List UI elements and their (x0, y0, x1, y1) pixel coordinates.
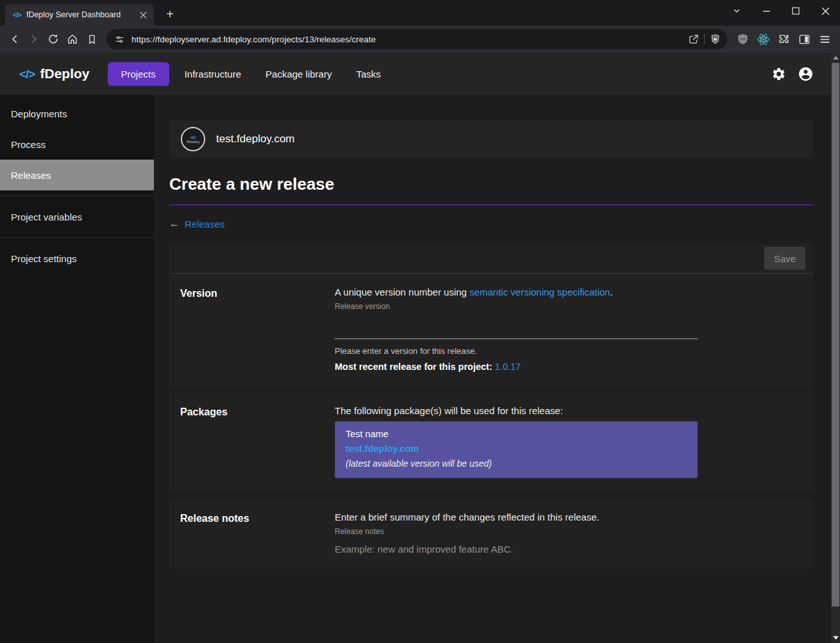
url-text[interactable]: https://fdeployserver.ad.fdeploy.com/pro… (131, 35, 688, 44)
project-name: test.fdeploy.com (216, 133, 295, 146)
brave-shield-icon[interactable] (710, 33, 721, 45)
url-bar-divider (704, 34, 705, 44)
nav-package-library[interactable]: Package library (256, 62, 340, 86)
nav-tasks[interactable]: Tasks (347, 62, 389, 86)
url-bar[interactable]: https://fdeployserver.ad.fdeploy.com/pro… (106, 29, 727, 49)
ublock-origin-icon[interactable]: UO (732, 29, 753, 49)
packages-row: Packages The following package(s) will b… (169, 392, 813, 492)
new-tab-button[interactable]: + (162, 6, 178, 22)
scrollbar-thumb[interactable] (832, 63, 839, 606)
fdeploy-logo[interactable]: </> fDeploy (19, 66, 90, 81)
app-header: </> fDeploy Projects Infrastructure Pack… (0, 53, 840, 95)
package-link[interactable]: test.fdeploy.com (346, 444, 687, 454)
avatar-code-icon: </> (190, 135, 196, 140)
card-gap (169, 386, 813, 392)
code-logo-icon: </> (19, 67, 35, 81)
browser-tab[interactable]: </> fDeploy Server Dashboard (5, 4, 154, 26)
release-notes-row: Release notes Enter a brief summary of t… (169, 499, 813, 569)
code-icon: </> (13, 11, 21, 19)
package-name: Test name (346, 429, 687, 439)
sidebar-item-releases[interactable]: Releases (0, 160, 154, 190)
release-version-input[interactable] (335, 320, 698, 339)
reload-icon[interactable] (44, 29, 63, 49)
sidebar-divider (0, 196, 154, 196)
packages-description: The following package(s) will be used fo… (335, 405, 698, 416)
tab-strip: </> fDeploy Server Dashboard + (0, 0, 840, 26)
release-notes-card: Release notes Enter a brief summary of t… (169, 499, 813, 569)
maximize-icon[interactable] (781, 0, 811, 22)
tab-title: fDeploy Server Dashboard (26, 10, 137, 19)
svg-text:UO: UO (740, 37, 746, 41)
form-toolbar: Save (169, 244, 813, 273)
release-notes-label: Release notes (180, 512, 335, 555)
release-form-card: Save Version A unique version number usi… (169, 244, 813, 386)
back-arrow-icon: ← (169, 218, 180, 230)
tab-search-chevron-icon[interactable] (722, 0, 752, 22)
version-label: Version (180, 287, 335, 372)
browser-window: </> fDeploy Server Dashboard + (0, 0, 840, 643)
back-icon[interactable] (5, 29, 24, 49)
project-avatar: </> fDeploy (181, 127, 205, 151)
browser-toolbar: https://fdeployserver.ad.fdeploy.com/pro… (0, 26, 840, 53)
tab-close-icon[interactable] (137, 9, 149, 21)
packages-label: Packages (180, 405, 335, 478)
release-notes-description: Enter a brief summary of the changes ref… (335, 512, 698, 522)
nav-infrastructure[interactable]: Infrastructure (176, 62, 250, 86)
close-window-icon[interactable] (811, 0, 840, 22)
version-description: A unique version number using semantic v… (335, 287, 698, 297)
site-settings-icon[interactable] (114, 34, 125, 45)
package-item-card: Test name test.fdeploy.com (latest avail… (335, 421, 698, 478)
react-devtools-icon[interactable] (753, 29, 773, 49)
page-scrollbar[interactable] (831, 53, 840, 643)
version-row: Version A unique version number using se… (169, 274, 813, 386)
share-icon[interactable] (688, 34, 699, 45)
scroll-down-icon[interactable] (831, 633, 840, 643)
semver-link[interactable]: semantic versioning specification (469, 287, 610, 297)
account-icon[interactable] (796, 65, 814, 83)
app-header-actions (769, 65, 827, 83)
breadcrumb-back: ← Releases (169, 218, 813, 230)
nav-projects[interactable]: Projects (108, 62, 169, 86)
extensions-puzzle-icon[interactable] (773, 29, 794, 49)
project-header-card: </> fDeploy test.fdeploy.com (169, 121, 813, 158)
project-sidebar: Deployments Process Releases Project var… (0, 95, 154, 643)
release-notes-input[interactable] (335, 544, 698, 555)
page-title: Create a new release (169, 174, 813, 194)
home-icon[interactable] (63, 29, 82, 49)
window-controls (722, 0, 840, 22)
scroll-up-icon[interactable] (831, 53, 840, 63)
purple-divider (169, 205, 813, 205)
minimize-icon[interactable] (752, 0, 781, 22)
sidebar-item-project-settings[interactable]: Project settings (0, 243, 154, 274)
top-nav: Projects Infrastructure Package library … (108, 62, 770, 86)
menu-hamburger-icon[interactable] (814, 29, 835, 49)
package-version-note: (latest available version will be used) (346, 458, 687, 469)
most-recent-release: Most recent release for this project: 1.… (335, 362, 698, 372)
release-version-input-label: Release version (335, 302, 698, 311)
side-panel-icon[interactable] (794, 29, 814, 49)
sidebar-item-deployments[interactable]: Deployments (0, 98, 154, 129)
recent-version-link[interactable]: 1.0.17 (495, 362, 521, 372)
sidebar-item-project-variables[interactable]: Project variables (0, 201, 154, 232)
main-content: </> fDeploy test.fdeploy.com Create a ne… (154, 95, 831, 643)
save-button[interactable]: Save (764, 247, 805, 270)
forward-icon[interactable] (24, 29, 44, 49)
sidebar-divider (0, 237, 154, 238)
version-helper-text: Please enter a version for this release. (335, 346, 698, 356)
settings-gear-icon[interactable] (769, 65, 787, 83)
releases-back-link[interactable]: Releases (185, 219, 225, 230)
release-notes-input-label: Release notes (335, 527, 698, 536)
card-gap (169, 492, 813, 499)
logo-text: fDeploy (40, 66, 89, 81)
packages-card: Packages The following package(s) will b… (169, 392, 813, 492)
sidebar-item-process[interactable]: Process (0, 129, 154, 160)
bookmark-icon[interactable] (82, 29, 101, 49)
